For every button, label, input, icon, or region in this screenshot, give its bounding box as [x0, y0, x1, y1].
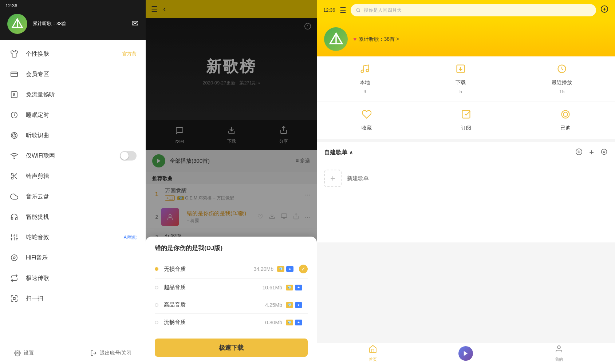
menu-label-skin: 个性换肤	[26, 50, 122, 58]
menu-item-vip[interactable]: 会员专区	[0, 64, 146, 84]
profile-section: ♥ 累计听歌：38首 >	[317, 20, 615, 56]
stat-subscribe[interactable]: 订阅	[461, 109, 471, 131]
quality-name-lossless: 无损音质	[164, 266, 254, 273]
music-stats-2: 收藏 订阅 已购	[317, 102, 615, 139]
vip-badge-lossless: 💎	[277, 266, 284, 272]
playlist-settings-btn[interactable]	[600, 148, 608, 157]
svg-point-56	[603, 151, 605, 153]
menu-item-sleep[interactable]: 睡眠定时	[0, 105, 146, 125]
quality-dot-standard	[155, 321, 158, 324]
quality-size-high: 4.25Mb	[265, 302, 282, 308]
playlist-add-btn[interactable]: +	[589, 148, 594, 157]
stat-download[interactable]: 下载 5	[456, 64, 466, 94]
menu-label-transfer: 极速传歌	[26, 274, 137, 282]
wifi-toggle[interactable]	[120, 151, 137, 161]
stat-local[interactable]: 本地 9	[360, 64, 370, 94]
new-playlist-item[interactable]: + 新建歌单	[317, 163, 615, 194]
check-lossless: ✓	[299, 265, 308, 273]
playlist-sort-btn[interactable]	[575, 148, 583, 157]
svg-point-22	[11, 255, 17, 261]
heart-stat-icon	[362, 109, 372, 122]
svg-point-55	[602, 149, 607, 154]
quality-name-super: 超品音质	[164, 284, 263, 291]
quality-standard[interactable]: 流畅音质 0.80Mb 💎 ★	[155, 314, 308, 331]
menu-item-wifi[interactable]: 仅WiFi联网	[0, 146, 146, 166]
fast-download-btn[interactable]: 极速下载	[155, 339, 308, 357]
menu-label-sleep: 睡眠定时	[26, 111, 137, 119]
svg-line-12	[13, 175, 14, 176]
mine-label: 我的	[555, 357, 563, 362]
playlist-section: 自建歌单 ∧ +	[317, 142, 615, 242]
kuwo-badge-high: ★	[295, 302, 302, 308]
quality-dot-high	[155, 303, 158, 307]
svg-point-23	[13, 257, 15, 259]
menu-item-smart[interactable]: 智能煲机	[0, 207, 146, 227]
quality-size-standard: 0.80Mb	[265, 320, 282, 325]
search-bar[interactable]: 搜你是人间四月天	[351, 4, 596, 16]
menu-label-ringtone: 铃声剪辑	[26, 173, 137, 180]
scan-icon	[9, 293, 19, 304]
quality-lossless[interactable]: 无损音质 34.20Mb 💎 ★ ✓	[155, 260, 308, 279]
svg-point-7	[14, 158, 15, 159]
speaker-icon	[9, 212, 19, 222]
quality-super[interactable]: 超品音质 10.61Mb 💎 ★	[155, 279, 308, 296]
menu-label-free: 免流量畅听	[26, 91, 137, 99]
profile-avatar[interactable]	[324, 27, 348, 51]
star-stat-icon	[461, 109, 471, 122]
svg-point-47	[366, 69, 368, 72]
settings-btn[interactable]: 设置	[14, 350, 34, 356]
stat-label-local: 本地	[360, 79, 370, 86]
quality-badges-standard: 💎 ★	[286, 320, 302, 325]
stat-label-fav: 收藏	[362, 125, 372, 131]
clock-icon	[9, 110, 19, 120]
nav-mine[interactable]: 我的	[555, 345, 563, 362]
menu-item-snake[interactable]: 蛇蛇音效 AI智能	[0, 227, 146, 248]
logout-btn[interactable]: 退出账号/关闭	[90, 350, 132, 356]
stat-purchased[interactable]: 已购	[560, 109, 571, 131]
menu-badge-snake: AI智能	[124, 234, 137, 241]
menu-label-snake: 蛇蛇音效	[26, 234, 124, 241]
menu-item-lyric[interactable]: 听歌识曲	[0, 125, 146, 146]
menu-item-scan[interactable]: 扫一扫	[0, 288, 146, 309]
menu-item-skin[interactable]: 个性换肤 官方黄	[0, 44, 146, 64]
download-stat-icon	[456, 64, 466, 76]
menu-item-free[interactable]: 免流量畅听	[0, 84, 146, 105]
left-footer: 设置 退出账号/关闭	[0, 342, 146, 364]
right-header: 12:36 ☰ 搜你是人间四月天	[317, 0, 615, 20]
vip-badge-standard: 💎	[286, 320, 293, 325]
transfer-icon	[9, 273, 19, 283]
menu-item-ringtone[interactable]: 铃声剪辑	[0, 166, 146, 186]
user-icon	[555, 345, 563, 356]
stat-recent[interactable]: 最近播放 15	[552, 64, 572, 94]
avatar[interactable]	[7, 14, 27, 34]
logout-label: 退出账号/关闭	[100, 350, 132, 356]
svg-rect-2	[11, 72, 17, 77]
menu-icon-right[interactable]: ☰	[340, 6, 346, 15]
nav-home[interactable]: 首页	[368, 345, 377, 362]
modal-title: 错的是你伤的是我(DJ版)	[155, 244, 308, 252]
vip-badge-super: 💎	[286, 285, 293, 290]
menu-item-hifi[interactable]: HiFi音乐	[0, 248, 146, 268]
menu-label-smart: 智能煲机	[26, 213, 137, 221]
quality-size-lossless: 34.20Mb	[254, 266, 273, 272]
search-icon	[356, 8, 361, 13]
home-icon	[368, 345, 377, 356]
quality-dot-lossless	[155, 267, 158, 271]
menu-label-hifi: HiFi音乐	[26, 254, 137, 262]
scissors-icon	[9, 171, 19, 181]
nav-player[interactable]	[458, 346, 473, 361]
recent-icon	[557, 64, 567, 76]
panel-left: 12:36 累计听歌：38首 ✉ 个性换肤 官方黄	[0, 0, 146, 364]
menu-item-cloud[interactable]: 音乐云盘	[0, 186, 146, 207]
svg-marker-57	[464, 351, 468, 356]
menu-label-scan: 扫一扫	[26, 295, 137, 302]
profile-info: ♥ 累计听歌：38首 >	[353, 36, 399, 43]
menu-item-transfer[interactable]: 极速传歌	[0, 268, 146, 288]
add-btn-right[interactable]	[600, 5, 608, 15]
mail-icon[interactable]: ✉	[132, 19, 138, 28]
stat-label-recent: 最近播放	[552, 79, 572, 86]
stat-favorites[interactable]: 收藏	[362, 109, 372, 131]
quality-high[interactable]: 高品音质 4.25Mb 💎 ★	[155, 296, 308, 314]
svg-point-9	[11, 177, 13, 179]
svg-point-53	[563, 112, 568, 116]
